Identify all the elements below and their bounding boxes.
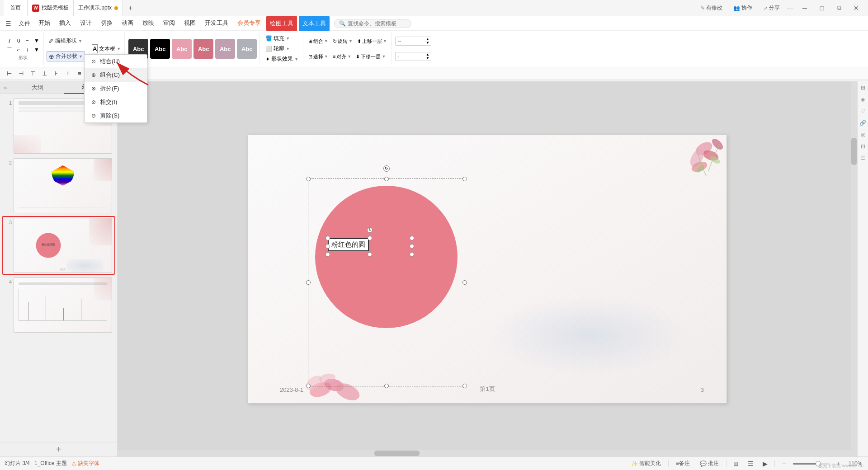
line-tool[interactable]: / xyxy=(5,37,14,45)
notes-btn[interactable]: ≡备注 xyxy=(673,459,693,468)
send-backward-btn[interactable]: ⬇下移一层▼ xyxy=(354,52,387,61)
close-btn[interactable]: ✕ xyxy=(848,2,864,14)
ribbon-search[interactable]: 🔍 xyxy=(334,19,411,28)
align-right-icon[interactable]: ⊤ xyxy=(27,68,38,79)
combine-shape-btn[interactable]: ⊕ 合并形状 ▼ xyxy=(47,51,85,61)
annotation-btn[interactable]: 💬 批注 xyxy=(697,459,722,468)
add-slide-btn[interactable]: + xyxy=(0,442,117,456)
align-center-v-icon[interactable]: ⊣ xyxy=(15,68,26,79)
collab-btn[interactable]: 👥 协作 xyxy=(730,3,756,13)
vertical-scrollbar[interactable] xyxy=(851,81,857,456)
edit-btn[interactable]: ✎ 有修改 xyxy=(697,3,726,13)
maximize-btn[interactable]: □ xyxy=(814,2,830,14)
text-preset-pink2[interactable]: Abc xyxy=(193,39,213,59)
menu-item-subtract[interactable]: ⊖ 剪除(S) xyxy=(85,109,147,122)
circle-text-box[interactable]: 粉红色的圆 xyxy=(328,238,369,251)
menu-icon[interactable]: ☰ xyxy=(2,20,15,27)
tab-insert[interactable]: 插入 xyxy=(55,16,75,31)
width-input[interactable]: ↔ ▲ ▼ xyxy=(395,37,431,46)
distribute-h-icon[interactable]: ≡ xyxy=(74,68,85,79)
edit-shape-btn[interactable]: ✐ 编辑形状 ▼ xyxy=(47,36,85,46)
outline-btn[interactable]: ⬜轮廓▼ xyxy=(264,44,300,53)
text-frame-btn[interactable]: A 文本框 ▼ xyxy=(90,43,123,54)
right-panel-btn-6[interactable]: ⊡ xyxy=(859,142,868,151)
home-tab[interactable]: 首页 xyxy=(4,0,28,16)
slide-item-2[interactable]: 2 xyxy=(3,157,114,214)
tab-start[interactable]: 开始 xyxy=(34,16,55,31)
align-bottom-icon[interactable]: ⊧ xyxy=(62,68,73,79)
text-handle-tc[interactable] xyxy=(368,236,372,240)
tab-slideshow[interactable]: 放映 xyxy=(138,16,159,31)
minimize-btn[interactable]: ─ xyxy=(797,2,813,14)
tab-text-tools[interactable]: 文本工具 xyxy=(299,16,330,31)
freehand-tool[interactable]: ~ xyxy=(24,37,32,45)
align-left-icon[interactable]: ⊢ xyxy=(4,68,14,79)
text-handle-br[interactable] xyxy=(410,252,414,257)
wps-tab[interactable]: W 找版壳模板 xyxy=(28,0,74,16)
shape-effect-btn[interactable]: ✦形状效果▼ xyxy=(264,54,300,64)
select-btn[interactable]: ⊡选择▼ xyxy=(307,52,330,61)
text-handle-bc[interactable] xyxy=(368,252,372,257)
curve-tool[interactable]: ∪ xyxy=(14,37,23,45)
bring-forward-btn[interactable]: ⬆上移一层▼ xyxy=(356,37,388,46)
file-tab[interactable]: 工作演示.pptx xyxy=(74,0,123,16)
right-panel-btn-4[interactable]: 🔗 xyxy=(859,118,868,127)
squiggle-tool[interactable]: ≀ xyxy=(24,46,32,54)
handle-br[interactable] xyxy=(462,384,467,388)
text-handle-tr[interactable] xyxy=(410,236,414,240)
menu-item-intersect[interactable]: ⊘ 相交(I) xyxy=(85,95,147,109)
angle-tool[interactable]: ⌐ xyxy=(14,46,23,54)
text-preset-pink1[interactable]: Abc xyxy=(172,39,192,59)
handle-bl[interactable] xyxy=(306,384,311,388)
slide-canvas[interactable]: ↻ 粉红色的圆 ↻ 202 xyxy=(248,135,727,404)
rotate-handle-outer[interactable]: ↻ xyxy=(383,165,390,172)
vscroll-thumb[interactable] xyxy=(851,138,857,165)
tab-transition[interactable]: 切换 xyxy=(96,16,117,31)
handle-tl[interactable] xyxy=(306,177,311,181)
rotate-btn[interactable]: ↻旋转▼ xyxy=(331,37,354,46)
right-panel-btn-3[interactable]: ♡ xyxy=(859,107,868,116)
align-top-icon[interactable]: ⊥ xyxy=(39,68,50,79)
text-preset-pink3[interactable]: Abc xyxy=(215,39,235,59)
ribbon-search-input[interactable] xyxy=(348,20,406,27)
align-middle-h-icon[interactable]: ⊦ xyxy=(51,68,61,79)
slide-item-3[interactable]: 3 粉红色的圆 第1页 xyxy=(3,217,114,274)
text-preset-black[interactable]: Abc xyxy=(150,39,170,59)
sidebar-collapse-btn[interactable]: « xyxy=(0,81,11,94)
more-shapes[interactable]: ▼ xyxy=(33,37,41,45)
text-preset-gray[interactable]: Abc xyxy=(237,39,257,59)
text-handle-ml[interactable] xyxy=(326,244,330,249)
text-rotate-handle[interactable]: ↻ xyxy=(367,227,373,233)
handle-mr[interactable] xyxy=(462,280,467,285)
tab-developer[interactable]: 开发工具 xyxy=(200,16,233,31)
file-menu-btn[interactable]: 文件 xyxy=(15,19,34,28)
handle-bc[interactable] xyxy=(384,384,389,388)
hscroll-thumb[interactable] xyxy=(374,451,420,456)
sidebar-tab-outline[interactable]: 大纲 xyxy=(11,81,64,94)
tab-design[interactable]: 设计 xyxy=(75,16,96,31)
tab-animation[interactable]: 动画 xyxy=(117,16,138,31)
slide-item-4[interactable]: 4 xyxy=(3,277,114,334)
arc-tool[interactable]: ⌒ xyxy=(5,46,14,54)
tile-btn[interactable]: ⧉ xyxy=(831,2,847,14)
more-shapes-2[interactable]: ▼ xyxy=(33,46,41,54)
right-panel-btn-2[interactable]: ◈ xyxy=(859,95,868,104)
handle-ml[interactable] xyxy=(306,280,311,285)
zoom-out-btn[interactable]: − xyxy=(779,459,788,468)
tab-review[interactable]: 审阅 xyxy=(159,16,179,31)
view-slide-btn[interactable]: ▶ xyxy=(760,459,770,469)
text-handle-mr[interactable] xyxy=(410,244,414,249)
view-normal-btn[interactable]: ⊞ xyxy=(731,459,741,469)
height-input[interactable]: ↕ ▲ ▼ xyxy=(395,52,431,61)
add-tab-btn[interactable]: + xyxy=(123,0,138,16)
text-handle-bl[interactable] xyxy=(326,252,330,257)
right-panel-btn-5[interactable]: ◎ xyxy=(859,130,868,139)
text-handle-tl[interactable] xyxy=(326,236,330,240)
fill-btn[interactable]: 🪣填充▼ xyxy=(264,34,300,43)
tab-view[interactable]: 视图 xyxy=(179,16,200,31)
tab-draw-tools[interactable]: 绘图工具 xyxy=(266,16,297,31)
handle-tc[interactable] xyxy=(384,177,389,181)
horizontal-scrollbar[interactable] xyxy=(118,450,851,456)
handle-tr[interactable] xyxy=(462,177,467,181)
view-outline-btn[interactable]: ☰ xyxy=(745,459,755,469)
